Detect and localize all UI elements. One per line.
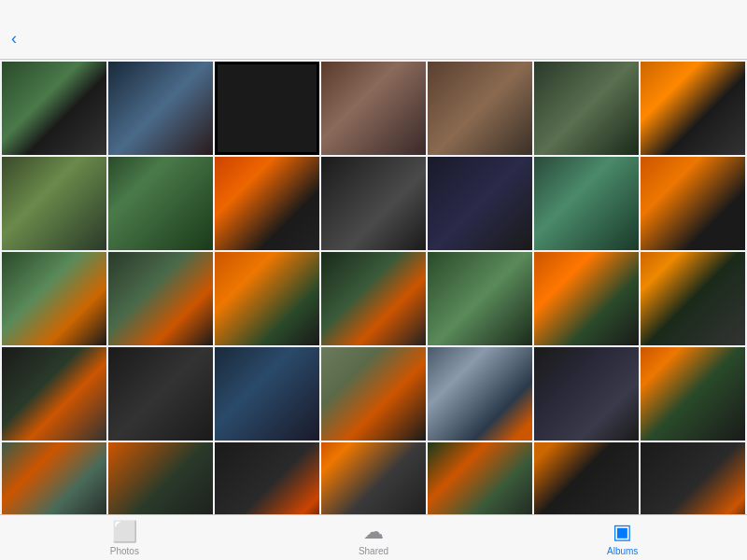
photo-grid: [0, 60, 747, 514]
tab-bar: ⬜Photos☁Shared▣Albums: [0, 514, 747, 560]
tab-item-shared[interactable]: ☁Shared: [249, 520, 499, 556]
photo-inner: [641, 442, 745, 514]
photo-thumb[interactable]: [2, 442, 106, 514]
photo-inner: [321, 252, 426, 345]
photo-thumb[interactable]: [321, 442, 426, 514]
photo-inner: [215, 347, 319, 441]
photos-tab-label: Photos: [110, 546, 139, 556]
photo-thumb[interactable]: [641, 442, 745, 514]
photo-inner: [2, 62, 106, 155]
back-button[interactable]: ‹: [11, 29, 21, 49]
photo-thumb[interactable]: [321, 62, 426, 155]
photo-inner: [215, 252, 319, 345]
back-arrow-icon: ‹: [11, 29, 17, 49]
photo-inner: [641, 157, 745, 250]
photo-inner: [108, 157, 213, 250]
photo-thumb[interactable]: [108, 442, 213, 514]
photo-thumb[interactable]: [321, 347, 426, 441]
photo-thumb[interactable]: [641, 62, 745, 155]
photo-thumb[interactable]: [2, 347, 106, 441]
photo-thumb[interactable]: [428, 347, 532, 441]
photo-inner: [321, 62, 426, 155]
photo-inner: [108, 347, 213, 441]
photo-thumb[interactable]: [108, 157, 213, 250]
photo-inner: [641, 252, 745, 345]
photo-inner: [641, 62, 745, 155]
photo-inner: [428, 252, 532, 345]
albums-tab-label: Albums: [607, 546, 638, 556]
photo-thumb[interactable]: [428, 157, 532, 250]
photo-thumb[interactable]: [215, 62, 319, 155]
photo-inner: [215, 442, 319, 514]
photo-thumb[interactable]: [321, 252, 426, 345]
photo-thumb[interactable]: [215, 157, 319, 250]
photo-thumb[interactable]: [534, 157, 639, 250]
shared-tab-icon: ☁: [363, 520, 384, 544]
photos-tab-icon: ⬜: [112, 520, 137, 544]
grid-row: [2, 62, 745, 155]
photo-inner: [428, 347, 532, 441]
photo-thumb[interactable]: [641, 252, 745, 345]
photo-thumb[interactable]: [641, 157, 745, 250]
photo-inner: [108, 62, 213, 155]
photo-thumb[interactable]: [215, 347, 319, 441]
photo-inner: [321, 442, 426, 514]
photo-inner: [641, 347, 745, 441]
grid-row: [2, 252, 745, 345]
photo-inner: [108, 252, 213, 345]
photo-inner: [2, 252, 106, 345]
photo-thumb[interactable]: [215, 442, 319, 514]
photo-thumb[interactable]: [2, 62, 106, 155]
photo-thumb[interactable]: [108, 62, 213, 155]
photo-inner: [534, 157, 639, 250]
photo-thumb[interactable]: [215, 252, 319, 345]
grid-row: [2, 347, 745, 441]
photo-inner: [2, 157, 106, 250]
grid-row: [2, 157, 745, 250]
shared-tab-label: Shared: [359, 546, 388, 556]
photo-inner: [428, 62, 532, 155]
photo-thumb[interactable]: [321, 157, 426, 250]
photo-thumb[interactable]: [641, 347, 745, 441]
status-bar: [0, 0, 747, 19]
photo-thumb[interactable]: [534, 252, 639, 345]
photo-thumb[interactable]: [108, 347, 213, 441]
photo-thumb[interactable]: [428, 252, 532, 345]
photo-inner: [428, 442, 532, 514]
tab-item-photos[interactable]: ⬜Photos: [0, 520, 249, 556]
photo-thumb[interactable]: [534, 347, 639, 441]
photo-inner: [534, 442, 639, 514]
grid-row: [2, 442, 745, 514]
tab-item-albums[interactable]: ▣Albums: [498, 520, 747, 556]
photo-inner: [215, 157, 319, 250]
nav-bar: ‹: [0, 19, 747, 60]
photo-inner: [215, 62, 319, 155]
photo-inner: [2, 347, 106, 441]
photo-thumb[interactable]: [2, 252, 106, 345]
photo-inner: [534, 252, 639, 345]
photo-inner: [534, 347, 639, 441]
photo-thumb[interactable]: [108, 252, 213, 345]
photo-inner: [321, 347, 426, 441]
photo-thumb[interactable]: [534, 442, 639, 514]
photo-thumb[interactable]: [428, 442, 532, 514]
photo-thumb[interactable]: [428, 62, 532, 155]
photo-inner: [534, 62, 639, 155]
photo-inner: [108, 442, 213, 514]
photo-inner: [428, 157, 532, 250]
photo-inner: [2, 442, 106, 514]
albums-tab-icon: ▣: [613, 520, 632, 544]
photo-thumb[interactable]: [2, 157, 106, 250]
photo-thumb[interactable]: [534, 62, 639, 155]
photo-inner: [321, 157, 426, 250]
